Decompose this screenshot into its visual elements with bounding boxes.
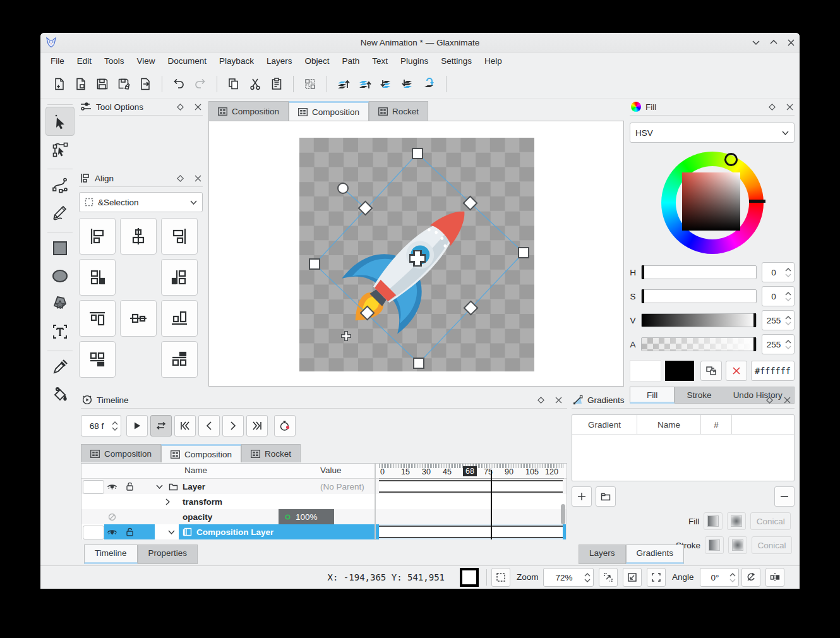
align-outside-left-button[interactable] [79, 259, 116, 296]
selection-overlay[interactable] [299, 138, 534, 371]
lower-to-bottom-icon[interactable] [398, 74, 418, 94]
menu-edit[interactable]: Edit [71, 54, 98, 68]
frame-spinbox[interactable]: 68 f [81, 415, 121, 436]
minimize-icon[interactable] [752, 40, 760, 45]
hue-spinbox[interactable]: 0 [762, 262, 795, 282]
raise-to-top-icon[interactable] [333, 74, 354, 94]
cut-icon[interactable] [245, 74, 265, 94]
undo-icon[interactable] [169, 74, 189, 94]
current-color-indicator[interactable] [460, 568, 479, 587]
clear-color-button[interactable] [726, 361, 747, 381]
new-file-icon[interactable] [49, 74, 69, 94]
current-color-swatch[interactable] [630, 360, 661, 382]
select-tool-button[interactable] [45, 107, 75, 136]
secondary-color-swatch[interactable] [665, 361, 694, 381]
gradients-table[interactable]: Gradient Name # [572, 414, 795, 481]
titlebar[interactable]: New Animation * — Glaxnimate [40, 33, 800, 52]
value-spinbox[interactable]: 255 [762, 310, 795, 330]
fill-radial-gradient-button[interactable] [727, 512, 746, 530]
menu-plugins[interactable]: Plugins [394, 54, 435, 68]
gradient-presets-button[interactable] [596, 486, 616, 507]
canvas-tab-composition-1[interactable]: Composition [208, 101, 289, 121]
remove-gradient-button[interactable] [774, 486, 795, 507]
visible-eye-icon[interactable] [107, 483, 117, 490]
record-button[interactable] [274, 415, 296, 436]
stroke-linear-gradient-button[interactable] [705, 536, 724, 554]
close-panel-icon[interactable] [195, 175, 201, 182]
float-panel-icon[interactable] [766, 397, 773, 404]
redo-icon[interactable] [190, 74, 210, 94]
float-panel-icon[interactable] [177, 175, 184, 182]
next-frame-button[interactable] [222, 415, 244, 436]
fit-view-button[interactable] [647, 568, 666, 587]
align-v-center-button[interactable] [120, 300, 157, 337]
timeline-ruler[interactable]: 0 15 30 45 68 75 90 105 120 [379, 464, 564, 479]
timeline-header[interactable]: Timeline [81, 392, 567, 409]
gradient-column[interactable]: Gradient [572, 415, 637, 434]
align-right-button[interactable] [161, 218, 198, 255]
hue-slider[interactable] [641, 265, 757, 279]
zoom-out-button[interactable] [623, 568, 642, 587]
loop-button[interactable] [150, 415, 172, 436]
tool-options-header[interactable]: Tool Options [79, 99, 203, 116]
canvas-tab-rocket[interactable]: Rocket [369, 101, 428, 121]
export-icon[interactable] [135, 74, 155, 94]
fill-tool-button[interactable] [46, 381, 74, 409]
color-picker-tool-button[interactable] [46, 353, 74, 381]
lower-icon[interactable] [376, 74, 397, 94]
prev-frame-button[interactable] [198, 415, 220, 436]
paste-icon[interactable] [267, 74, 287, 94]
transform-row[interactable]: transform [81, 494, 567, 509]
opacity-row[interactable]: opacity 100% [81, 509, 567, 524]
composition-canvas[interactable] [299, 138, 534, 371]
align-top-button[interactable] [79, 300, 116, 337]
stroke-conical-button[interactable]: Conical [752, 536, 792, 554]
go-last-frame-button[interactable] [246, 415, 268, 436]
visible-eye-icon[interactable] [107, 528, 117, 536]
float-panel-icon[interactable] [537, 397, 544, 404]
float-panel-icon[interactable] [769, 104, 776, 111]
align-h-center-button[interactable] [120, 218, 157, 255]
align-outside-right-button[interactable] [161, 259, 198, 296]
count-column[interactable]: # [701, 415, 732, 434]
hue-selector[interactable] [724, 153, 738, 166]
float-panel-icon[interactable] [177, 104, 184, 111]
menu-layers[interactable]: Layers [260, 54, 299, 68]
move-to-composition-icon[interactable] [419, 74, 440, 94]
timeline-tab-composition-2[interactable]: Composition [161, 444, 241, 462]
saturation-spinbox[interactable]: 0 [762, 286, 795, 306]
composition-layer-checkbox[interactable] [83, 526, 104, 539]
tab-properties[interactable]: Properties [138, 545, 198, 564]
saturation-slider[interactable] [641, 289, 757, 303]
go-first-frame-button[interactable] [174, 415, 196, 436]
close-icon[interactable] [788, 39, 795, 46]
draw-freehand-tool-button[interactable] [46, 199, 74, 227]
align-outside-bottom-button[interactable] [161, 341, 198, 378]
not-animated-icon[interactable] [108, 513, 116, 521]
fill-linear-gradient-button[interactable] [704, 512, 723, 530]
fill-conical-button[interactable]: Conical [750, 512, 791, 530]
flip-view-button[interactable] [765, 568, 784, 587]
opacity-value-cell[interactable]: 100% [279, 509, 334, 524]
color-wheel[interactable] [661, 152, 764, 254]
star-tool-button[interactable] [46, 290, 74, 318]
tab-layers[interactable]: Layers [579, 545, 626, 564]
menu-document[interactable]: Document [162, 54, 213, 68]
stroke-radial-gradient-button[interactable] [728, 536, 747, 554]
canvas-tab-composition-2[interactable]: Composition [289, 101, 369, 121]
menu-path[interactable]: Path [335, 54, 366, 68]
close-panel-icon[interactable] [784, 397, 791, 404]
rectangle-tool-button[interactable] [46, 234, 74, 262]
chevron-right-icon[interactable] [165, 498, 170, 505]
menu-playback[interactable]: Playback [213, 54, 260, 68]
save-as-icon[interactable] [114, 74, 134, 94]
menu-view[interactable]: View [131, 54, 162, 68]
text-tool-button[interactable] [46, 318, 74, 346]
raise-icon[interactable] [355, 74, 375, 94]
menu-tools[interactable]: Tools [98, 54, 131, 68]
fill-header[interactable]: Fill [630, 99, 795, 116]
selection-mode-button[interactable] [491, 568, 510, 587]
vertical-scrollbar[interactable] [561, 504, 565, 524]
angle-spinbox[interactable]: 0° [700, 568, 739, 587]
lock-open-icon[interactable] [126, 527, 134, 536]
